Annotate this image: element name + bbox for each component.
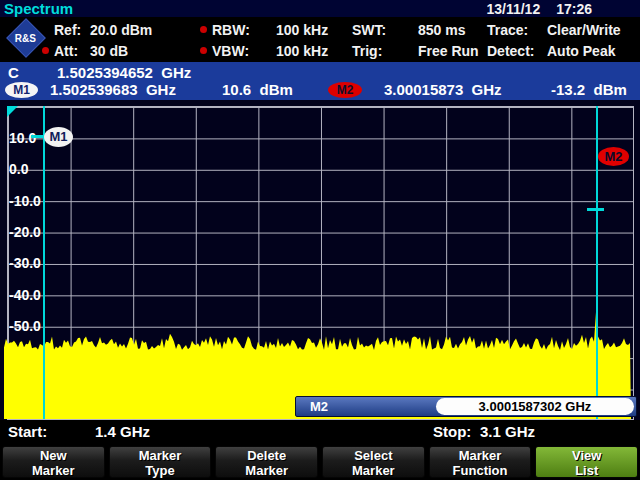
- entry-box-label: M2: [310, 397, 328, 416]
- trace-label: Trace:: [487, 22, 547, 38]
- vbw-label: VBW:: [212, 43, 276, 59]
- spectrum-analyzer-screen: Spectrum 13/11/12 17:26 R&S Ref: 20.0 dB…: [0, 0, 640, 480]
- title-bar: Spectrum 13/11/12 17:26: [0, 0, 640, 17]
- y-axis-tick: -20.0: [9, 224, 41, 240]
- freq-range-bar: Start: 1.4 GHz Stop: 3.1 GHz: [0, 420, 640, 444]
- marker1-line[interactable]: [43, 106, 45, 419]
- spectrum-plot: 10.0 0.0 -10.0 -20.0 -30.0 -40.0 -50.0 M…: [0, 100, 640, 420]
- marker-values-row: M1 1.502539683 GHz 10.6 dBm M2 3.0001587…: [0, 81, 640, 99]
- settings-column-trace: Trace: Clear/Write Detect: Auto Peak: [487, 17, 621, 61]
- trace-row: Trace: Clear/Write: [487, 19, 621, 40]
- softkey-select-marker[interactable]: Select Marker: [322, 446, 425, 478]
- softkey-marker-function[interactable]: Marker Function: [429, 446, 532, 478]
- y-axis-tick: 10.0: [9, 130, 36, 146]
- swt-value: 850 ms: [418, 22, 465, 38]
- center-freq-row: C 1.5025394652 GHz: [0, 63, 640, 81]
- stop-freq-value: 3.1 GHz: [480, 423, 535, 440]
- marker1-flag[interactable]: M1: [44, 127, 73, 147]
- softkey-delete-marker[interactable]: Delete Marker: [215, 446, 318, 478]
- marker-readout-bar: C 1.5025394652 GHz M1 1.502539683 GHz 10…: [0, 62, 640, 100]
- softkey-view-list[interactable]: View List: [535, 446, 638, 478]
- swt-row: SWT: 850 ms: [352, 19, 479, 40]
- ref-label: Ref:: [54, 22, 90, 38]
- settings-header: R&S Ref: 20.0 dBm Att: 30 dB RBW: 100 kH…: [0, 17, 640, 62]
- rbw-value: 100 kHz: [276, 22, 328, 38]
- y-axis-tick: -50.0: [9, 318, 41, 334]
- date-time: 13/11/12 17:26: [486, 1, 640, 17]
- rbw-label: RBW:: [212, 22, 276, 38]
- ref-level-row: Ref: 20.0 dBm: [42, 19, 152, 40]
- center-freq-label: C: [8, 64, 19, 81]
- marker2-badge: M2: [328, 82, 362, 98]
- ref-value: 20.0 dBm: [90, 22, 152, 38]
- softkey-new-marker[interactable]: New Marker: [2, 446, 105, 478]
- marker1-badge: M1: [5, 82, 38, 98]
- detect-label: Detect:: [487, 43, 547, 59]
- swt-label: SWT:: [352, 22, 418, 38]
- y-axis-tick: -10.0: [9, 193, 41, 209]
- trig-value: Free Run: [418, 43, 479, 59]
- settings-column-level: Ref: 20.0 dBm Att: 30 dB: [42, 17, 152, 61]
- time-label: 17:26: [556, 1, 592, 17]
- entry-box-value-input[interactable]: 3.0001587302 GHz: [436, 398, 634, 415]
- detect-row: Detect: Auto Peak: [487, 40, 621, 61]
- marker-entry-box: M2 3.0001587302 GHz: [295, 396, 637, 417]
- detect-value: Auto Peak: [547, 43, 615, 59]
- red-dot-icon: [200, 26, 207, 33]
- y-axis-tick: 0.0: [9, 161, 28, 177]
- softkey-marker-type[interactable]: Marker Type: [109, 446, 212, 478]
- att-value: 30 dB: [90, 43, 128, 59]
- y-axis-tick: -30.0: [9, 255, 41, 271]
- rbw-row: RBW: 100 kHz: [200, 19, 328, 40]
- trig-row: Trig: Free Run: [352, 40, 479, 61]
- marker2-frequency: 3.00015873 GHz: [384, 81, 502, 98]
- att-label: Att:: [54, 43, 90, 59]
- start-freq-value: 1.4 GHz: [95, 423, 150, 440]
- softkey-bar: New Marker Marker Type Delete Marker Sel…: [0, 444, 640, 480]
- start-freq-label: Start:: [8, 423, 47, 440]
- red-dot-icon: [200, 47, 207, 54]
- marker2-level: -13.2 dBm: [551, 81, 627, 98]
- app-title: Spectrum: [4, 0, 73, 17]
- rohde-schwarz-logo-icon: R&S: [6, 18, 46, 58]
- marker1-frequency: 1.502539683 GHz: [50, 81, 176, 98]
- vbw-value: 100 kHz: [276, 43, 328, 59]
- marker2-flag[interactable]: M2: [598, 147, 629, 166]
- dot-slot: [200, 47, 212, 54]
- dot-slot: [200, 26, 212, 33]
- trace-value: Clear/Write: [547, 22, 621, 38]
- settings-column-bandwidth: RBW: 100 kHz VBW: 100 kHz: [200, 17, 328, 61]
- stop-freq-label: Stop:: [433, 423, 471, 440]
- y-axis-tick: -40.0: [9, 287, 41, 303]
- marker1-level: 10.6 dBm: [222, 81, 293, 98]
- att-row: Att: 30 dB: [42, 40, 152, 61]
- center-freq-value: 1.5025394652 GHz: [57, 64, 191, 81]
- vbw-row: VBW: 100 kHz: [200, 40, 328, 61]
- trace-area: [0, 100, 640, 420]
- dot-slot: [42, 47, 54, 54]
- trig-label: Trig:: [352, 43, 418, 59]
- red-dot-icon: [42, 47, 49, 54]
- date-label: 13/11/12: [486, 1, 540, 17]
- settings-column-sweep: SWT: 850 ms Trig: Free Run: [352, 17, 479, 61]
- marker2-level-dash: [587, 208, 604, 211]
